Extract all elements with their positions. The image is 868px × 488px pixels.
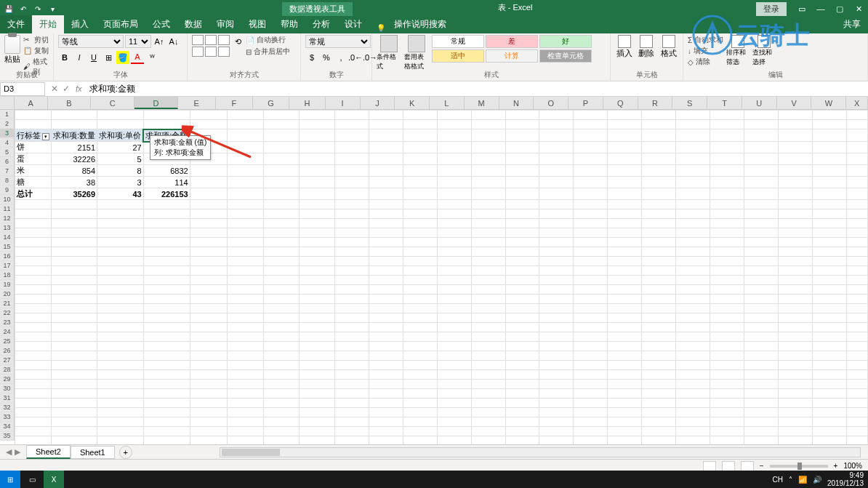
cell-K27[interactable] [403, 370, 437, 380]
font-color-button[interactable]: A [131, 51, 144, 64]
bold-button[interactable]: B [58, 51, 71, 64]
cell-O33[interactable] [539, 427, 574, 436]
col-header-A[interactable]: A [15, 97, 48, 109]
col-header-K[interactable]: K [395, 97, 430, 109]
cell-X6[interactable] [846, 165, 867, 177]
cell-W16[interactable] [812, 266, 846, 276]
cell-B27[interactable] [52, 370, 97, 380]
cell-I34[interactable] [334, 436, 369, 445]
cell-C6[interactable]: 8 [97, 165, 144, 177]
cell-N26[interactable] [505, 361, 539, 370]
cell-K12[interactable] [403, 228, 437, 238]
view-normal-button[interactable] [703, 461, 716, 471]
cell-K25[interactable] [403, 351, 437, 361]
cell-F21[interactable] [227, 313, 264, 323]
border-button[interactable]: ⊞ [102, 51, 115, 64]
cell-H23[interactable] [300, 332, 335, 342]
cell-Q14[interactable] [608, 247, 642, 257]
cell-J4[interactable] [369, 142, 403, 153]
sheet-nav-next-icon[interactable]: ▶ [15, 447, 20, 457]
cell-C25[interactable] [97, 351, 144, 361]
cell-P16[interactable] [574, 266, 608, 276]
cell-E1[interactable] [190, 111, 227, 120]
cell-F20[interactable] [227, 304, 264, 313]
cell-B8[interactable]: 35269 [52, 188, 97, 200]
cell-K18[interactable] [403, 285, 437, 295]
cell-Q33[interactable] [608, 427, 642, 436]
cell-H32[interactable] [300, 417, 335, 427]
cell-B32[interactable] [52, 417, 97, 427]
cell-G3[interactable] [264, 129, 300, 142]
copy-button[interactable]: 复制 [23, 46, 49, 56]
cell-V11[interactable] [778, 219, 812, 228]
cell-I29[interactable] [334, 389, 369, 399]
cell-W2[interactable] [812, 120, 846, 129]
cell-S15[interactable] [676, 257, 710, 266]
cell-U11[interactable] [744, 219, 778, 228]
cell-O30[interactable] [539, 399, 574, 408]
cell-F8[interactable] [227, 188, 264, 200]
cell-F3[interactable] [227, 129, 264, 142]
cell-S32[interactable] [676, 417, 710, 427]
tab-design[interactable]: 设计 [337, 15, 369, 33]
sheet-nav-prev-icon[interactable]: ◀ [6, 447, 12, 457]
row-header-2[interactable]: 2 [0, 119, 15, 129]
cell-H11[interactable] [300, 219, 335, 228]
cell-B6[interactable]: 854 [52, 165, 97, 177]
cut-button[interactable]: 剪切 [23, 35, 49, 45]
start-button[interactable]: ⊞ [0, 471, 20, 488]
cell-C3[interactable]: 求和项:单价 [97, 129, 144, 142]
cell-G27[interactable] [264, 370, 300, 380]
cell-W10[interactable] [812, 209, 846, 219]
cell-I10[interactable] [334, 209, 369, 219]
cell-C17[interactable] [97, 276, 144, 285]
cell-K13[interactable] [403, 238, 437, 247]
cell-R12[interactable] [642, 228, 676, 238]
cell-U2[interactable] [744, 120, 778, 129]
cell-I12[interactable] [334, 228, 369, 238]
cell-H17[interactable] [300, 276, 335, 285]
cell-J30[interactable] [369, 399, 403, 408]
cell-O13[interactable] [539, 238, 574, 247]
cell-B33[interactable] [52, 427, 97, 436]
cell-L14[interactable] [437, 247, 471, 257]
style-gallery[interactable]: 常规 差 好 适中 计算 检查单元格 [432, 35, 592, 63]
cell-M14[interactable] [471, 247, 505, 257]
cell-J12[interactable] [369, 228, 403, 238]
cell-N23[interactable] [505, 332, 539, 342]
cell-Q32[interactable] [608, 417, 642, 427]
cell-A22[interactable] [15, 323, 52, 332]
cell-L23[interactable] [437, 332, 471, 342]
cell-V13[interactable] [778, 238, 812, 247]
cell-V25[interactable] [778, 351, 812, 361]
cell-B13[interactable] [52, 238, 97, 247]
cell-M17[interactable] [471, 276, 505, 285]
tab-file[interactable]: 文件 [0, 15, 32, 33]
currency-button[interactable]: $ [305, 51, 318, 64]
cell-G5[interactable] [264, 153, 300, 165]
cell-C11[interactable] [97, 219, 144, 228]
cell-K30[interactable] [403, 399, 437, 408]
cell-B31[interactable] [52, 408, 97, 417]
cell-J22[interactable] [369, 323, 403, 332]
cell-V14[interactable] [778, 247, 812, 257]
cell-D24[interactable] [143, 342, 190, 351]
cell-O20[interactable] [539, 304, 574, 313]
cell-G1[interactable] [264, 111, 300, 120]
cell-C20[interactable] [97, 304, 144, 313]
cell-O21[interactable] [539, 313, 574, 323]
cell-U8[interactable] [744, 188, 778, 200]
cell-R30[interactable] [642, 399, 676, 408]
cell-Q24[interactable] [608, 342, 642, 351]
cell-Q3[interactable] [608, 129, 642, 142]
align-center-button[interactable] [205, 47, 217, 57]
cell-B22[interactable] [52, 323, 97, 332]
cell-V34[interactable] [778, 436, 812, 445]
cell-P14[interactable] [574, 247, 608, 257]
cell-E8[interactable] [190, 188, 227, 200]
cell-M26[interactable] [471, 361, 505, 370]
cell-F33[interactable] [227, 427, 264, 436]
cell-R1[interactable] [642, 111, 676, 120]
cell-S10[interactable] [676, 209, 710, 219]
cell-V29[interactable] [778, 389, 812, 399]
